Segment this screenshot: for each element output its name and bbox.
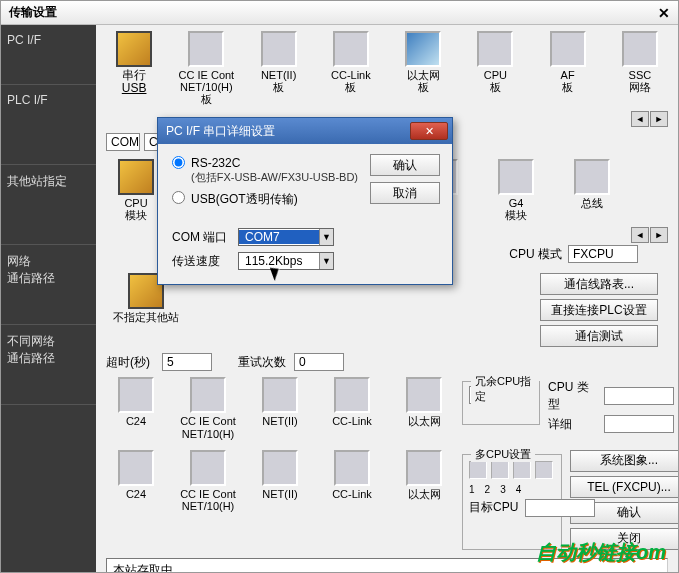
rs232c-note: (包括FX-USB-AW/FX3U-USB-BD) <box>191 170 358 185</box>
baud-label: 传送速度 <box>172 253 232 270</box>
serial-icon <box>116 31 152 67</box>
icon-c24-5[interactable]: C24 <box>106 450 166 550</box>
multi-cpu-group: 多CPU设置 1 2 3 4 目标CPU <box>462 454 562 550</box>
cpu-type-select[interactable] <box>604 387 674 405</box>
sidebar-item-pc-if[interactable]: PC I/F <box>1 25 96 85</box>
transfer-settings-window: 传输设置 ✕ PC I/F PLC I/F 其他站指定 网络 通信路径 不同网络… <box>0 0 679 573</box>
icon-af-board[interactable]: AF 板 <box>540 31 596 105</box>
usb-got-radio[interactable] <box>172 191 185 204</box>
usb-got-label: USB(GOT透明传输) <box>191 191 298 208</box>
multi-cpu-squares <box>469 461 553 479</box>
redundant-cpu-group: 冗余CPU指定 <box>462 381 540 425</box>
scroll-right-icon[interactable]: ► <box>650 111 668 127</box>
board-icon <box>261 31 297 67</box>
com-label: COM <box>106 133 140 151</box>
icon-netii-4[interactable]: NET(II) <box>250 377 310 439</box>
timeout-input[interactable] <box>162 353 212 371</box>
board-icon <box>333 31 369 67</box>
dialog-title: PC I/F 串口详细设置 <box>166 123 275 140</box>
target-cpu-label: 目标CPU <box>469 499 519 516</box>
board-icon <box>188 31 224 67</box>
icon-ssc-net[interactable]: SSC 网络 <box>612 31 668 105</box>
scroll-right-icon[interactable]: ► <box>650 227 668 243</box>
icon-cclink-4[interactable]: CC-Link <box>322 377 382 439</box>
icon-cc-ie[interactable]: CC IE Cont NET/10(H) <box>178 377 238 439</box>
board-icon <box>622 31 658 67</box>
icon-eth-4[interactable]: 以太网 <box>394 377 454 439</box>
dialog-close-icon[interactable]: ✕ <box>410 122 448 140</box>
chevron-down-icon: ▼ <box>319 229 333 245</box>
scroll-buttons: ◄ ► <box>631 111 668 127</box>
icon-g4-module[interactable]: G4 模块 <box>486 159 546 221</box>
cpu-slot-2[interactable] <box>491 461 509 479</box>
chevron-down-icon: ▼ <box>319 253 333 269</box>
content-area: 串行USB CC IE Cont NET/10(H)板 NET(II) 板 CC… <box>96 25 678 572</box>
watermark: 自动秒链接om <box>536 539 666 566</box>
system-image-button[interactable]: 系统图象... <box>570 450 678 472</box>
icon-no-other-station[interactable]: 不指定其他站 <box>106 273 186 351</box>
direct-plc-button[interactable]: 直接连接PLC设置 <box>540 299 658 321</box>
title-bar: 传输设置 ✕ <box>1 1 678 25</box>
icon-cc-ie-5[interactable]: CC IE Cont NET/10(H) <box>178 450 238 550</box>
tel-fxcpu-button[interactable]: TEL (FXCPU)... <box>570 476 678 498</box>
timeout-label: 超时(秒) <box>106 354 156 371</box>
sidebar-item-diff-network[interactable]: 不同网络 通信路径 <box>1 325 96 405</box>
pc-if-row: 串行USB CC IE Cont NET/10(H)板 NET(II) 板 CC… <box>106 31 668 105</box>
cpu-slot-4[interactable] <box>535 461 553 479</box>
sidebar-item-other-station[interactable]: 其他站指定 <box>1 165 96 245</box>
icon-netii-5[interactable]: NET(II) <box>250 450 310 550</box>
icon-cc-ie-cont[interactable]: CC IE Cont NET/10(H)板 <box>178 31 234 105</box>
cpu-detail-select[interactable] <box>604 415 674 433</box>
board-icon <box>550 31 586 67</box>
window-title: 传输设置 <box>9 4 57 21</box>
dialog-cancel-button[interactable]: 取消 <box>370 182 440 204</box>
scroll-left-icon[interactable]: ◄ <box>631 111 649 127</box>
cpu-slot-1[interactable] <box>469 461 487 479</box>
retry-input[interactable] <box>294 353 344 371</box>
cpu-slot-3[interactable] <box>513 461 531 479</box>
sidebar-item-network-path[interactable]: 网络 通信路径 <box>1 245 96 325</box>
sidebar-item-plc-if[interactable]: PLC I/F <box>1 85 96 165</box>
retry-label: 重试次数 <box>238 354 288 371</box>
dialog-title-bar: PC I/F 串口详细设置 ✕ <box>158 118 452 144</box>
dialog-ok-button[interactable]: 确认 <box>370 154 440 176</box>
icon-cclink-5[interactable]: CC-Link <box>322 450 382 550</box>
com-port-select[interactable]: COM7 ▼ <box>238 228 334 246</box>
cpu-icon <box>118 159 154 195</box>
icon-bus[interactable]: 总线 <box>562 159 622 221</box>
cpu-mode-value[interactable]: FXCPU <box>568 245 638 263</box>
comm-test-button[interactable]: 通信测试 <box>540 325 658 347</box>
comm-route-table-button[interactable]: 通信线路表... <box>540 273 658 295</box>
ethernet-icon <box>405 31 441 67</box>
icon-net-ii[interactable]: NET(II) 板 <box>251 31 307 105</box>
cpu-mode-label: CPU 模式 <box>509 246 562 263</box>
sidebar: PC I/F PLC I/F 其他站指定 网络 通信路径 不同网络 通信路径 <box>1 25 96 572</box>
icon-ethernet[interactable]: 以太网 板 <box>395 31 451 105</box>
scroll-left-icon[interactable]: ◄ <box>631 227 649 243</box>
cpu-detail-label: 详细 <box>548 416 598 433</box>
icon-cc-link[interactable]: CC-Link 板 <box>323 31 379 105</box>
icon-eth-5[interactable]: 以太网 <box>394 450 454 550</box>
close-icon[interactable]: ✕ <box>658 5 670 21</box>
icon-serial-usb[interactable]: 串行USB <box>106 31 162 105</box>
target-cpu-select[interactable] <box>525 499 595 517</box>
baud-select[interactable]: 115.2Kbps ▼ <box>238 252 334 270</box>
board-icon <box>477 31 513 67</box>
pc-if-serial-detail-dialog: PC I/F 串口详细设置 ✕ RS-232C (包括FX-USB-AW/FX3… <box>157 117 453 285</box>
com-port-label: COM 端口 <box>172 229 232 246</box>
rs232c-radio[interactable] <box>172 156 185 169</box>
rs232c-label: RS-232C <box>191 156 358 170</box>
icon-c24[interactable]: C24 <box>106 377 166 439</box>
icon-cpu-board[interactable]: CPU 板 <box>467 31 523 105</box>
cpu-type-label: CPU 类型 <box>548 379 598 413</box>
